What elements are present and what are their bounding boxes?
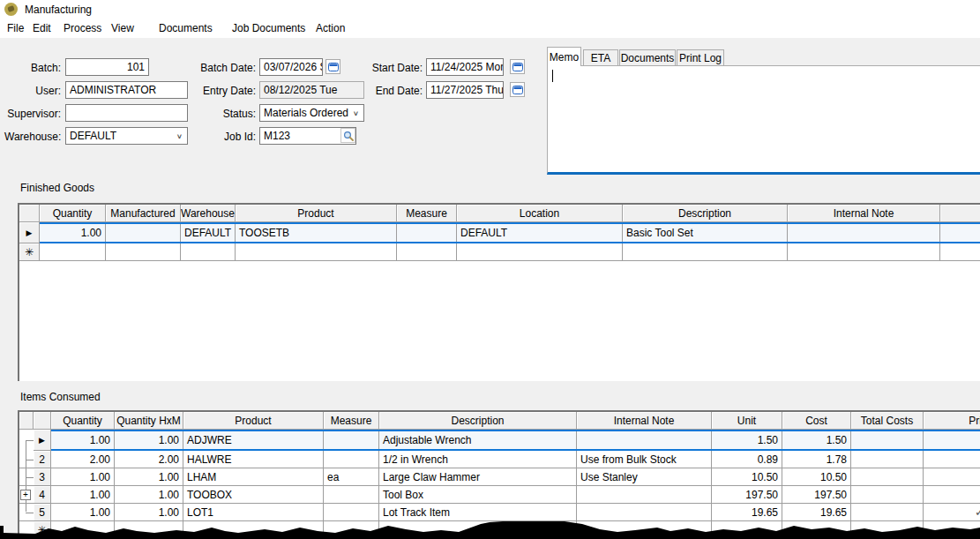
end-date-calendar-button[interactable] <box>510 82 525 97</box>
supervisor-field[interactable] <box>65 104 188 122</box>
grid-cell[interactable] <box>788 224 940 242</box>
tab-documents[interactable]: Documents <box>619 49 676 66</box>
grid-cell[interactable]: 10.50 <box>782 468 851 485</box>
grid-cell[interactable] <box>623 243 788 260</box>
grid-cell[interactable] <box>324 486 379 503</box>
grid-cell[interactable] <box>924 468 980 485</box>
batch-date-calendar-button[interactable] <box>325 59 340 74</box>
column-header[interactable]: Internal Note <box>788 205 940 222</box>
batch-field[interactable]: 101 <box>65 58 149 76</box>
warehouse-dropdown[interactable]: DEFAULT ∨ <box>65 127 188 145</box>
grid-cell[interactable] <box>106 224 181 242</box>
column-header[interactable]: Product <box>183 412 324 430</box>
grid-cell[interactable]: TOOSETB <box>236 224 397 242</box>
grid-cell[interactable]: Basic Tool Set <box>623 224 788 242</box>
grid-cell[interactable] <box>924 486 980 503</box>
grid-cell[interactable]: Use Stanley <box>577 468 712 485</box>
menu-process[interactable]: Process <box>64 22 101 34</box>
column-header[interactable]: Manufactured <box>106 205 181 222</box>
grid-cell[interactable]: Tool Box <box>379 486 577 503</box>
grid-cell[interactable]: Use from Bulk Stock <box>577 451 712 468</box>
grid-cell[interactable] <box>324 431 379 449</box>
menu-edit[interactable]: Edit <box>33 22 51 34</box>
column-header[interactable]: Description <box>379 412 577 430</box>
menu-file[interactable]: File <box>7 22 24 34</box>
grid-cell[interactable]: TOOBOX <box>183 486 324 503</box>
grid-cell[interactable] <box>788 243 940 260</box>
new-row-marker[interactable]: ✳ <box>19 243 40 260</box>
grid-cell[interactable]: 2.00 <box>51 451 115 468</box>
grid-cell[interactable] <box>324 451 379 468</box>
column-header[interactable]: Description <box>623 205 788 222</box>
grid-cell[interactable]: 1.50 <box>782 431 851 449</box>
grid-cell[interactable]: HALWRE <box>183 451 324 468</box>
user-field[interactable]: ADMINISTRATOR <box>65 81 188 99</box>
grid-cell[interactable]: 1.00 <box>51 431 115 449</box>
column-header[interactable]: Cost <box>782 412 851 430</box>
grid-cell[interactable]: ea <box>324 468 379 485</box>
menu-view[interactable]: View <box>111 22 134 34</box>
column-header[interactable]: Quantity <box>40 205 106 222</box>
grid-cell[interactable]: 1.00 <box>51 486 115 503</box>
grid-cell[interactable]: 1.00 <box>51 468 115 485</box>
row-header[interactable]: 2 <box>34 451 51 468</box>
column-header[interactable]: Measure <box>324 412 379 430</box>
grid-cell[interactable]: DEFAULT <box>181 224 236 242</box>
menu-job-documents[interactable]: Job Documents <box>232 22 305 34</box>
menu-documents[interactable]: Documents <box>159 22 213 34</box>
start-date-calendar-button[interactable] <box>510 59 525 74</box>
grid-cell[interactable]: 10.50 <box>712 468 782 485</box>
grid-cell[interactable]: 1.00 <box>40 224 106 242</box>
tab-memo[interactable]: Memo <box>547 47 581 66</box>
grid-cell[interactable]: 0.89 <box>712 451 782 468</box>
status-dropdown[interactable]: Materials Ordered ∨ <box>259 104 364 122</box>
column-header[interactable]: Warehouse <box>181 205 236 222</box>
grid-cell[interactable] <box>397 224 457 242</box>
job-id-search-button[interactable] <box>340 128 355 143</box>
grid-cell[interactable] <box>577 486 712 503</box>
grid-cell[interactable]: Adjustable Wrench <box>379 431 577 449</box>
column-header[interactable]: Quantity HxM <box>115 412 183 430</box>
grid-cell[interactable]: 1.00 <box>115 431 183 449</box>
tab-eta[interactable]: ETA <box>583 49 618 66</box>
column-header[interactable]: Internal Note <box>577 412 712 430</box>
grid-cell[interactable] <box>940 243 980 260</box>
expand-icon[interactable]: + <box>20 490 31 500</box>
column-header[interactable]: Product <box>236 205 397 222</box>
grid-cell[interactable] <box>181 243 236 260</box>
grid-cell[interactable] <box>940 224 980 242</box>
start-date-field[interactable]: 11/24/2025 Mon <box>426 58 504 76</box>
grid-cell[interactable]: LHAM <box>183 468 324 485</box>
grid-cell[interactable]: Large Claw Hammer <box>379 468 577 485</box>
current-row-marker[interactable]: ▶ <box>34 430 51 451</box>
grid-cell[interactable]: 1.00 <box>115 486 183 503</box>
grid-cell[interactable]: DEFAULT <box>457 224 623 242</box>
tab-print-log[interactable]: Print Log <box>677 49 724 66</box>
grid-cell[interactable] <box>924 451 980 468</box>
menu-action[interactable]: Action <box>316 22 345 34</box>
grid-cell[interactable]: 197.50 <box>712 486 782 503</box>
row-header[interactable]: 3 <box>34 468 51 485</box>
grid-cell[interactable]: 1/2 in Wrench <box>379 451 577 468</box>
column-header[interactable]: Total Costs <box>851 412 924 430</box>
grid-cell[interactable] <box>851 451 924 468</box>
grid-cell[interactable]: 1.00 <box>115 468 183 485</box>
grid-cell[interactable] <box>236 243 397 260</box>
row-header[interactable]: 4 <box>34 486 51 503</box>
grid-cell[interactable] <box>924 431 980 449</box>
grid-cell[interactable]: 1.78 <box>782 451 851 468</box>
grid-cell[interactable] <box>457 243 623 260</box>
grid-cell[interactable]: 197.50 <box>782 486 851 503</box>
column-header[interactable]: Unit <box>712 412 782 430</box>
grid-cell[interactable] <box>577 431 712 449</box>
grid-cell[interactable] <box>397 243 457 260</box>
batch-date-field[interactable]: 03/07/2026 Sat <box>259 58 323 76</box>
column-header[interactable]: Location <box>457 205 623 222</box>
grid-cell[interactable]: ADJWRE <box>183 431 324 449</box>
grid-cell[interactable] <box>851 468 924 485</box>
column-header[interactable]: Print <box>924 412 980 430</box>
current-row-marker[interactable]: ▶ <box>19 222 40 243</box>
column-header[interactable]: Measure <box>397 205 457 222</box>
end-date-field[interactable]: 11/27/2025 Thu <box>426 81 504 99</box>
grid-cell[interactable] <box>106 243 181 260</box>
